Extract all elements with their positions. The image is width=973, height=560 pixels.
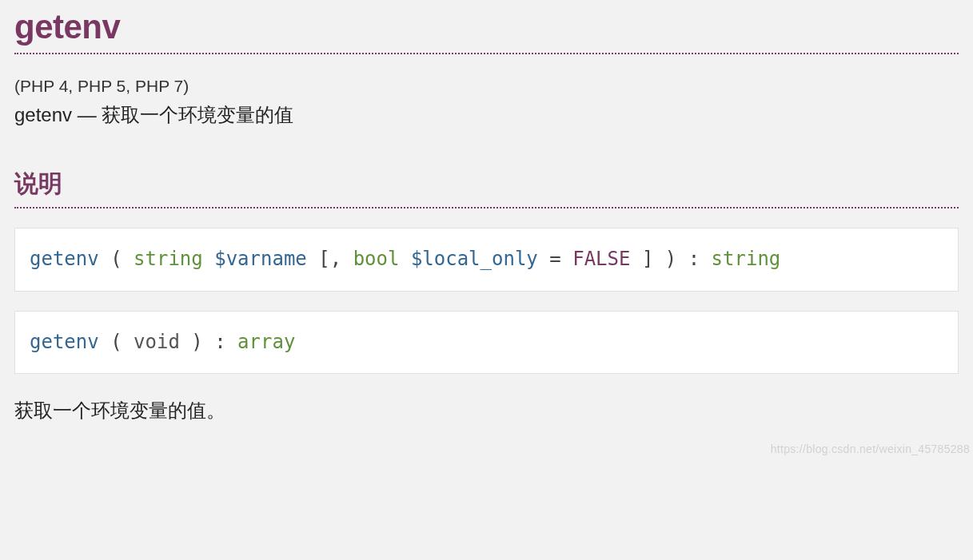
php-versions: (PHP 4, PHP 5, PHP 7) <box>14 77 959 96</box>
watermark: https://blog.csdn.net/weixin_45785288 <box>771 443 970 455</box>
sig1-param2-type: bool <box>353 248 400 270</box>
sig1-optional-open: [, <box>318 248 353 270</box>
sig1-return-type: string <box>712 248 781 270</box>
sig1-param2-name: $local_only <box>411 248 538 270</box>
sig2-func: getenv <box>30 331 99 353</box>
section-divider <box>14 207 959 209</box>
sig1-param2-default: FALSE <box>572 248 630 270</box>
function-summary: getenv — 获取一个环境变量的值 <box>14 102 959 128</box>
sig1-optional-close: ] ) : <box>642 248 712 270</box>
page-title: getenv <box>14 8 959 46</box>
sig2-void: void <box>134 331 180 353</box>
sig1-equals: = <box>549 248 572 270</box>
title-divider <box>14 53 959 54</box>
signature-box-2: getenv ( void ) : array <box>14 311 959 375</box>
section-heading-description: 说明 <box>14 168 959 201</box>
sig2-open-paren: ( <box>110 331 134 353</box>
description-text: 获取一个环境变量的值。 <box>14 398 959 423</box>
sig2-return-type: array <box>237 331 295 353</box>
sig1-param1-name: $varname <box>214 248 307 270</box>
sig1-func: getenv <box>30 248 99 270</box>
sig1-param1-type: string <box>134 248 203 270</box>
sig1-open-paren: ( <box>110 248 134 270</box>
doc-page: getenv (PHP 4, PHP 5, PHP 7) getenv — 获取… <box>0 8 973 459</box>
sig2-close-paren: ) : <box>191 331 237 353</box>
signature-box-1: getenv ( string $varname [, bool $local_… <box>14 228 959 292</box>
